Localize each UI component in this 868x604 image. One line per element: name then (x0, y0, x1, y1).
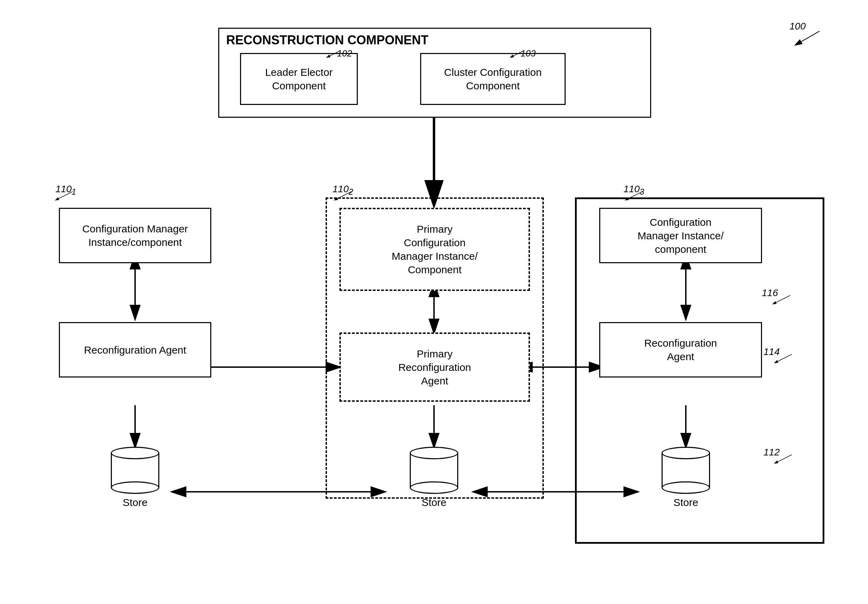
ref-102-arrow (325, 49, 342, 59)
leader-elector-box: Leader ElectorComponent (240, 53, 358, 105)
svg-line-16 (795, 31, 820, 45)
store-1-cylinder: Store (111, 447, 159, 508)
ref-114-arrow (773, 353, 794, 365)
reconstruction-component-label: RECONSTRUCTION COMPONENT (226, 32, 428, 48)
store-1-top (111, 447, 159, 459)
svg-line-18 (327, 51, 341, 57)
reconstruction-component-box: RECONSTRUCTION COMPONENT Leader ElectorC… (218, 28, 651, 118)
store-2-top (410, 447, 458, 459)
svg-line-30 (775, 354, 792, 363)
cluster-config-label: Cluster ConfigurationComponent (444, 65, 542, 93)
store-3-bottom (662, 482, 710, 494)
config-manager-1-box: Configuration ManagerInstance/component (59, 208, 211, 263)
svg-line-32 (775, 455, 792, 463)
store-1-bottom (111, 482, 159, 494)
config-manager-1-label: Configuration ManagerInstance/component (82, 222, 188, 249)
store-3-label: Store (673, 497, 698, 508)
store-2-bottom (410, 482, 458, 494)
store-3-cylinder: Store (662, 447, 710, 508)
ref-103-arrow (508, 49, 526, 59)
diagram-container: 100 RECONSTRUCTION COMPONENT Leader Elec… (0, 0, 868, 604)
svg-line-20 (510, 51, 524, 57)
svg-line-22 (56, 192, 73, 200)
ref-110-1-arrow (54, 190, 74, 202)
leader-elector-label: Leader ElectorComponent (265, 65, 333, 93)
ref-112-arrow (773, 453, 794, 465)
store-1-label: Store (122, 497, 147, 508)
ref-116-arrow (771, 294, 792, 306)
store-3-top (662, 447, 710, 459)
svg-line-28 (773, 296, 790, 304)
reconfig-agent-1-label: Reconfiguration Agent (84, 343, 186, 357)
reconfig-agent-1-box: Reconfiguration Agent (59, 322, 211, 378)
ref-100-arrow (775, 28, 826, 48)
cluster-config-box: Cluster ConfigurationComponent (420, 53, 566, 105)
